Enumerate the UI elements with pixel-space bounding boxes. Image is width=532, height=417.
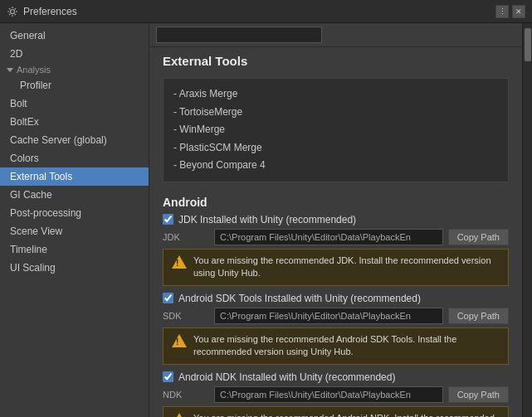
jdk-checkbox-row: JDK Installed with Unity (recommended) bbox=[163, 214, 509, 225]
sdk-warning-text: You are missing the recommended Android … bbox=[193, 333, 500, 359]
sidebar-item-colors[interactable]: Colors bbox=[0, 149, 149, 167]
window-title: Preferences bbox=[23, 6, 495, 17]
warning-triangle-icon bbox=[172, 255, 187, 269]
sdk-path-input[interactable] bbox=[214, 308, 443, 324]
main-content: External Tools - Araxis Merge - Tortoise… bbox=[149, 23, 522, 417]
ndk-warning: You are missing the recommended Android … bbox=[163, 406, 509, 417]
sdk-copy-path-button[interactable]: Copy Path bbox=[448, 308, 509, 324]
more-options-button[interactable]: ⋮ bbox=[495, 5, 509, 18]
title-bar-controls: ⋮ ✕ bbox=[495, 5, 525, 18]
ndk-checkbox-row: Android NDK Installed with Unity (recomm… bbox=[163, 371, 509, 383]
ndk-warning-text: You are missing the recommended Android … bbox=[193, 412, 500, 417]
jdk-checkbox-label: JDK Installed with Unity (recommended) bbox=[178, 214, 356, 225]
sdk-warning-icon bbox=[172, 334, 187, 349]
jdk-copy-path-button[interactable]: Copy Path bbox=[448, 229, 509, 245]
main-area: External Tools - Araxis Merge - Tortoise… bbox=[149, 23, 532, 417]
sdk-field-row: SDK Copy Path bbox=[163, 308, 509, 324]
warning-triangle-icon-2 bbox=[172, 334, 187, 347]
sidebar-item-cache-server[interactable]: Cache Server (global) bbox=[0, 131, 149, 149]
sdk-checkbox-row: Android SDK Tools Installed with Unity (… bbox=[163, 293, 509, 304]
warning-triangle-icon-3 bbox=[172, 413, 187, 417]
sidebar-item-analysis-label: Analysis bbox=[17, 65, 51, 75]
page-title: External Tools bbox=[163, 54, 509, 68]
sidebar-item-scene-view[interactable]: Scene View bbox=[0, 222, 149, 240]
jdk-path-input[interactable] bbox=[214, 229, 443, 245]
svg-point-0 bbox=[11, 9, 15, 13]
jdk-field-row: JDK Copy Path bbox=[163, 229, 509, 245]
search-input[interactable] bbox=[156, 27, 322, 43]
close-button[interactable]: ✕ bbox=[512, 5, 525, 18]
sdk-label: SDK bbox=[163, 311, 209, 321]
jdk-warning-icon bbox=[172, 255, 187, 270]
sdk-warning: You are missing the recommended Android … bbox=[163, 327, 509, 365]
sdk-checkbox[interactable] bbox=[163, 293, 173, 303]
android-section-title: Android bbox=[163, 196, 509, 209]
jdk-label: JDK bbox=[163, 232, 209, 242]
search-bar bbox=[149, 23, 522, 47]
diff-tool-item: - Araxis Merge bbox=[173, 85, 498, 104]
sidebar-item-2d[interactable]: 2D bbox=[0, 45, 149, 63]
title-bar: Preferences ⋮ ✕ bbox=[0, 0, 532, 23]
sidebar-item-boltex[interactable]: BoltEx bbox=[0, 113, 149, 131]
diff-tool-item: - WinMerge bbox=[173, 121, 498, 139]
diff-tool-item: - TortoiseMerge bbox=[173, 104, 498, 122]
sdk-checkbox-label: Android SDK Tools Installed with Unity (… bbox=[178, 293, 421, 304]
diff-tool-item: - Beyond Compare 4 bbox=[173, 157, 498, 175]
ndk-checkbox[interactable] bbox=[163, 371, 173, 382]
sidebar: General 2D Analysis Profiler Bolt BoltEx… bbox=[0, 23, 149, 417]
scrollbar[interactable] bbox=[522, 23, 532, 417]
content-area: External Tools - Araxis Merge - Tortoise… bbox=[149, 47, 522, 417]
ndk-field-row: NDK Copy Path bbox=[163, 386, 509, 403]
diff-tool-item: - PlasticSCM Merge bbox=[173, 139, 498, 158]
ndk-checkbox-label: Android NDK Installed with Unity (recomm… bbox=[178, 371, 395, 383]
scrollbar-thumb[interactable] bbox=[525, 28, 531, 61]
jdk-checkbox[interactable] bbox=[163, 214, 173, 225]
ndk-path-input[interactable] bbox=[214, 386, 443, 403]
ndk-label: NDK bbox=[163, 390, 209, 400]
analysis-expand-icon bbox=[7, 68, 13, 72]
sidebar-item-profiler[interactable]: Profiler bbox=[0, 76, 149, 95]
window-body: General 2D Analysis Profiler Bolt BoltEx… bbox=[0, 23, 532, 417]
jdk-warning: You are missing the recommended JDK. Ins… bbox=[163, 249, 509, 286]
diff-tools-list: - Araxis Merge - TortoiseMerge - WinMerg… bbox=[163, 78, 509, 182]
sidebar-item-ui-scaling[interactable]: UI Scaling bbox=[0, 259, 149, 277]
sidebar-item-bolt[interactable]: Bolt bbox=[0, 95, 149, 113]
sidebar-item-general[interactable]: General bbox=[0, 27, 149, 45]
preferences-icon bbox=[7, 6, 18, 17]
sidebar-item-analysis-header[interactable]: Analysis bbox=[0, 63, 149, 76]
sidebar-item-timeline[interactable]: Timeline bbox=[0, 240, 149, 259]
sidebar-item-external-tools[interactable]: External Tools bbox=[0, 167, 149, 186]
sidebar-item-post-processing[interactable]: Post-processing bbox=[0, 204, 149, 222]
sidebar-item-gi-cache[interactable]: GI Cache bbox=[0, 186, 149, 204]
jdk-warning-text: You are missing the recommended JDK. Ins… bbox=[193, 255, 500, 280]
ndk-warning-icon bbox=[172, 413, 187, 417]
ndk-copy-path-button[interactable]: Copy Path bbox=[448, 386, 509, 403]
